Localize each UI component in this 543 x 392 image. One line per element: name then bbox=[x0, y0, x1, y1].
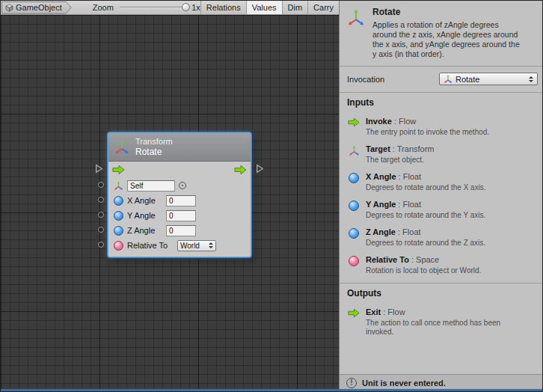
y-angle-row: Y Angle bbox=[108, 208, 251, 223]
bolt-editor-window: GameObject Zoom 1x Relations Values Dim … bbox=[0, 0, 543, 392]
carry-button[interactable]: Carry bbox=[307, 1, 339, 14]
gameobject-icon bbox=[5, 4, 13, 12]
float-icon bbox=[347, 227, 361, 248]
popup-arrows-icon bbox=[529, 76, 533, 82]
x-angle-field[interactable] bbox=[166, 195, 196, 206]
warning-bar: Unit is never entered. bbox=[340, 374, 543, 391]
flow-icon bbox=[347, 117, 361, 137]
outputs-section-header: Outputs bbox=[340, 283, 543, 302]
flow-icon bbox=[347, 307, 361, 337]
input-entry-y-angle: Y AngleFloat Degrees to rotate around th… bbox=[340, 200, 543, 220]
invocation-dropdown[interactable]: Rotate bbox=[439, 73, 538, 85]
node-subtitle: Rotate bbox=[135, 147, 173, 157]
inspector-title: Rotate bbox=[372, 7, 524, 17]
invocation-label: Invocation bbox=[347, 75, 384, 84]
y-angle-label: Y Angle bbox=[127, 211, 162, 220]
inspector-header: Rotate Applies a rotation of zAngle degr… bbox=[340, 1, 543, 67]
popup-arrows-icon bbox=[209, 242, 213, 248]
object-picker-icon[interactable] bbox=[179, 182, 186, 189]
z-angle-row: Z Angle bbox=[108, 223, 251, 238]
input-entry-invoke: InvokeFlow The entry point to invoke the… bbox=[340, 117, 543, 137]
breadcrumb-label: GameObject bbox=[16, 3, 62, 12]
graph-canvas[interactable]: Transform Rotate bbox=[1, 15, 339, 391]
flow-output-connector[interactable] bbox=[256, 164, 264, 175]
invoke-flow-port[interactable] bbox=[112, 165, 125, 175]
z-angle-field[interactable] bbox=[166, 225, 196, 236]
warning-icon bbox=[346, 378, 357, 388]
float-icon bbox=[347, 200, 361, 220]
window-bottom-accent bbox=[1, 389, 543, 391]
breadcrumb[interactable]: GameObject bbox=[1, 1, 72, 14]
relative-to-row: Relative To World bbox=[108, 238, 251, 253]
input-entry-target: TargetTransform The target object. bbox=[340, 144, 543, 165]
space-port-icon[interactable] bbox=[114, 241, 123, 251]
transform-icon bbox=[114, 181, 123, 191]
relative-to-dropdown[interactable]: World bbox=[177, 240, 216, 251]
flow-port-row bbox=[108, 162, 251, 178]
float-port-icon[interactable] bbox=[114, 211, 123, 221]
input-entry-x-angle: X AngleFloat Degrees to rotate around th… bbox=[340, 172, 543, 192]
y-angle-input-connector[interactable] bbox=[98, 212, 104, 218]
zoom-label: Zoom bbox=[93, 3, 114, 12]
x-angle-input-connector[interactable] bbox=[98, 197, 104, 203]
transform-icon bbox=[444, 75, 452, 84]
input-entry-z-angle: Z AngleFloat Degrees to rotate around th… bbox=[340, 227, 543, 248]
x-angle-row: X Angle bbox=[108, 193, 251, 208]
graph-toolbar: GameObject Zoom 1x Relations Values Dim … bbox=[1, 1, 339, 15]
zoom-slider[interactable] bbox=[120, 7, 187, 8]
transform-icon bbox=[114, 140, 129, 155]
relative-to-label: Relative To bbox=[127, 241, 174, 250]
relations-button[interactable]: Relations bbox=[200, 1, 246, 14]
node-title: Transform bbox=[135, 137, 173, 147]
dim-button[interactable]: Dim bbox=[282, 1, 308, 14]
invocation-value: Rotate bbox=[455, 75, 526, 84]
zoom-slider-knob[interactable] bbox=[182, 3, 190, 11]
target-input-connector[interactable] bbox=[98, 182, 104, 188]
node-header[interactable]: Transform Rotate bbox=[108, 133, 251, 162]
transform-rotate-node[interactable]: Transform Rotate bbox=[108, 132, 251, 257]
x-angle-label: X Angle bbox=[127, 196, 162, 205]
float-port-icon[interactable] bbox=[114, 196, 123, 206]
output-entry-exit: ExitFlow The action to call once method … bbox=[340, 307, 543, 337]
input-entry-relative-to: Relative ToSpace Rotation is local to ob… bbox=[340, 255, 543, 275]
float-icon bbox=[347, 172, 361, 192]
inputs-section-header: Inputs bbox=[340, 92, 543, 111]
invocation-row: Invocation Rotate bbox=[340, 67, 543, 92]
z-angle-label: Z Angle bbox=[127, 226, 162, 235]
zoom-value: 1x bbox=[191, 3, 200, 12]
inputs-list: InvokeFlow The entry point to invoke the… bbox=[340, 111, 543, 275]
exit-flow-port[interactable] bbox=[234, 165, 247, 175]
target-row bbox=[108, 178, 251, 193]
values-button[interactable]: Values bbox=[246, 1, 282, 14]
unit-inspector-panel: Rotate Applies a rotation of zAngle degr… bbox=[339, 1, 543, 391]
transform-icon bbox=[347, 144, 361, 165]
toolbar-toggle-group: Relations Values Dim Carry bbox=[200, 1, 339, 14]
float-port-icon[interactable] bbox=[114, 226, 123, 236]
transform-icon bbox=[347, 9, 365, 27]
y-angle-field[interactable] bbox=[166, 210, 196, 221]
space-icon bbox=[347, 255, 361, 275]
outputs-list: ExitFlow The action to call once method … bbox=[340, 302, 543, 337]
warning-text: Unit is never entered. bbox=[362, 379, 446, 388]
inspector-description: Applies a rotation of zAngle degrees aro… bbox=[372, 20, 524, 59]
flow-input-connector[interactable] bbox=[95, 164, 103, 175]
relative-to-input-connector[interactable] bbox=[98, 242, 104, 248]
target-self-field[interactable] bbox=[127, 180, 175, 192]
relative-to-value: World bbox=[180, 242, 200, 250]
z-angle-input-connector[interactable] bbox=[98, 227, 104, 233]
